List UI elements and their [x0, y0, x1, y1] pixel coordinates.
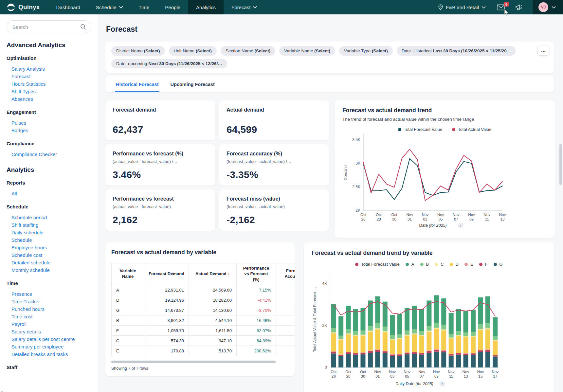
- filter-more-button[interactable]: ...: [538, 45, 549, 55]
- bar-nov-13[interactable]: [463, 311, 468, 367]
- nav-item-dashboard[interactable]: Dashboard: [48, 0, 88, 14]
- legend-item-f[interactable]: F: [479, 262, 488, 267]
- bar-oct-30[interactable]: [360, 308, 365, 367]
- table-row-a: A22,931.0124,569.607.15%: [112, 285, 295, 295]
- nav-item-time[interactable]: Time: [131, 0, 157, 14]
- table-hscrollbar-thumb[interactable]: [111, 361, 276, 363]
- bar-nov-14[interactable]: [471, 310, 476, 367]
- sidebar-item-badges[interactable]: Badges: [7, 127, 28, 134]
- column-header-variable-name[interactable]: Variable Name: [112, 263, 144, 285]
- sidebar-item-hours-statistics[interactable]: Hours Statistics: [7, 80, 45, 87]
- sidebar-item-summary-per-employee[interactable]: Summary per employee: [7, 343, 64, 350]
- legend-item-a[interactable]: A: [406, 262, 414, 267]
- sidebar-item-all[interactable]: All: [7, 190, 17, 197]
- bar-oct-29[interactable]: [353, 309, 358, 367]
- scroll-up-button[interactable]: ↑: [439, 381, 445, 387]
- filter-chip-district-name[interactable]: District Name (Select): [111, 46, 165, 56]
- nav-item-analytics[interactable]: Analytics: [188, 0, 224, 14]
- sidebar-item-punched-hours[interactable]: Punched hours: [7, 306, 45, 312]
- list-item: Shift staffing: [7, 221, 91, 229]
- sidebar-item-schedule-cost[interactable]: Schedule cost: [7, 252, 42, 258]
- sidebar-item-schedule-period[interactable]: Schedule period: [7, 214, 47, 221]
- sidebar-item-time-tracker[interactable]: Time Tracker: [7, 298, 40, 305]
- quinyx-logo[interactable]: Quinyx: [0, 3, 48, 12]
- legend-item-c[interactable]: C: [435, 262, 444, 267]
- bar-nov-01[interactable]: [375, 296, 380, 367]
- sidebar-item-shift-staffing[interactable]: Shift staffing: [7, 222, 38, 228]
- sidebar-item-salary-details[interactable]: Salary details: [7, 328, 41, 335]
- bar-nov-08[interactable]: [427, 300, 431, 367]
- scroll-up-button[interactable]: ↑: [458, 223, 464, 228]
- svg-text:↑: ↑: [460, 223, 462, 227]
- legend-item-total-forecast-value[interactable]: Total Forecast Value: [355, 262, 400, 267]
- tab-upcoming-forecast[interactable]: Upcoming Forecast: [170, 76, 215, 92]
- announcements-button[interactable]: [515, 4, 523, 10]
- filter-chip-unit-name[interactable]: Unit Name (Select): [169, 46, 217, 56]
- bar-nov-11[interactable]: [449, 313, 454, 367]
- sidebar-item-schedule[interactable]: Schedule: [7, 237, 32, 243]
- filter-chip-date-upcoming[interactable]: Date_upcoming Next 30 Days (11/26/2025 <…: [111, 59, 227, 68]
- filter-chip-variable-name[interactable]: Variable Name (Select): [279, 46, 335, 56]
- bar-nov-03[interactable]: [390, 315, 395, 367]
- sidebar-item-presence[interactable]: Presence: [7, 291, 32, 297]
- legend-item-total-actual-value[interactable]: Total Actual Value: [452, 127, 491, 132]
- sidebar-item-salary-analysis[interactable]: Salary Analysis: [7, 65, 45, 72]
- bar-oct-28[interactable]: [346, 306, 351, 367]
- search-input[interactable]: [7, 20, 91, 33]
- sidebar-item-compliance-checker[interactable]: Compliance Checker: [7, 151, 57, 158]
- nav-right: F&B and Retail 6 VJ: [438, 0, 563, 14]
- table-cell: 1,059.70: [144, 326, 189, 336]
- column-header-forecast-demand[interactable]: Forecast Demand: [144, 263, 189, 285]
- bar-nov-02[interactable]: [383, 302, 388, 367]
- bar-oct-26[interactable]: [331, 304, 336, 367]
- sidebar-item-salary-details-per-cost-centre[interactable]: Salary details per cost centre: [7, 336, 75, 343]
- sidebar-item-daily-schedule[interactable]: Daily schedule: [7, 229, 44, 236]
- sidebar-item-shift-types[interactable]: Shift Types: [7, 88, 36, 95]
- sidebar-item-payroll[interactable]: Payroll: [7, 321, 27, 328]
- bar-nov-07[interactable]: [419, 309, 424, 367]
- sidebar-item-detailed-schedule[interactable]: Detailed schedule: [7, 259, 50, 266]
- tab-historical-forecast[interactable]: Historical Forecast: [115, 76, 159, 92]
- sidebar-item-forecast[interactable]: Forecast: [7, 73, 30, 80]
- variable-table-clip: Variable NameForecast DemandActual Deman…: [111, 263, 295, 356]
- bar-oct-31[interactable]: [368, 300, 373, 367]
- sidebar-item-monthly-schedule[interactable]: Monthly schedule: [7, 267, 50, 274]
- trend-chart-legend: Total Forecast ValueTotal Actual Value: [342, 127, 547, 132]
- filter-chip-date-historical[interactable]: Date_Historical Last 30 Days (10/26/2025…: [397, 46, 516, 56]
- column-header-forecast-accuracy[interactable]: Forecast Accuracy: [276, 263, 295, 285]
- filter-chip-variable-type[interactable]: Variable Type (Select): [339, 46, 393, 56]
- bar-nov-17[interactable]: [493, 317, 498, 367]
- sidebar-item-pulses[interactable]: Pulses: [7, 119, 26, 126]
- filter-chip-section-name[interactable]: Section Name (Select): [221, 46, 275, 56]
- legend-item-d[interactable]: D: [450, 262, 459, 267]
- bar-nov-06[interactable]: [412, 306, 417, 367]
- bar-nov-15[interactable]: [478, 297, 483, 367]
- legend-item-e[interactable]: E: [464, 262, 473, 267]
- sidebar-item-absences[interactable]: Absences: [7, 96, 33, 102]
- legend-item-g[interactable]: G: [494, 262, 503, 267]
- page-scrollbar-thumb[interactable]: [559, 144, 562, 185]
- sidebar: Advanced AnalyticsOptimisationSalary Ana…: [0, 14, 98, 392]
- bar-nov-04[interactable]: [397, 314, 402, 367]
- bar-oct-27[interactable]: [338, 316, 343, 367]
- nav-item-people[interactable]: People: [157, 0, 188, 14]
- sidebar-item-detailed-breaks-and-tasks[interactable]: Detailed breaks and tasks: [7, 351, 68, 358]
- avatar[interactable]: VJ: [538, 2, 548, 12]
- bar-nov-09[interactable]: [434, 295, 439, 367]
- bar-nov-12[interactable]: [456, 309, 461, 367]
- sidebar-item-time-cost[interactable]: Time cost: [7, 313, 32, 320]
- legend-item-b[interactable]: B: [420, 262, 429, 267]
- legend-label: Total Actual Value: [458, 127, 491, 132]
- location-selector[interactable]: F&B and Retail: [438, 4, 486, 10]
- user-menu[interactable]: VJ: [533, 0, 563, 14]
- nav-item-forecast[interactable]: Forecast: [224, 0, 265, 14]
- legend-item-total-forecast-value[interactable]: Total Forecast Value: [398, 127, 443, 132]
- bar-nov-10[interactable]: [441, 298, 446, 367]
- bar-nov-05[interactable]: [405, 308, 409, 367]
- sidebar-link-list: PresenceTime TrackerPunched hoursTime co…: [7, 290, 91, 358]
- column-header-performance-vs-forecast[interactable]: Performance vs Forecast (%): [237, 263, 276, 285]
- nav-item-schedule[interactable]: Schedule: [88, 0, 131, 14]
- column-header-actual-demand[interactable]: Actual Demand↓: [189, 263, 237, 285]
- search-icon[interactable]: [80, 24, 86, 31]
- sidebar-item-employee-hours[interactable]: Employee hours: [7, 244, 47, 251]
